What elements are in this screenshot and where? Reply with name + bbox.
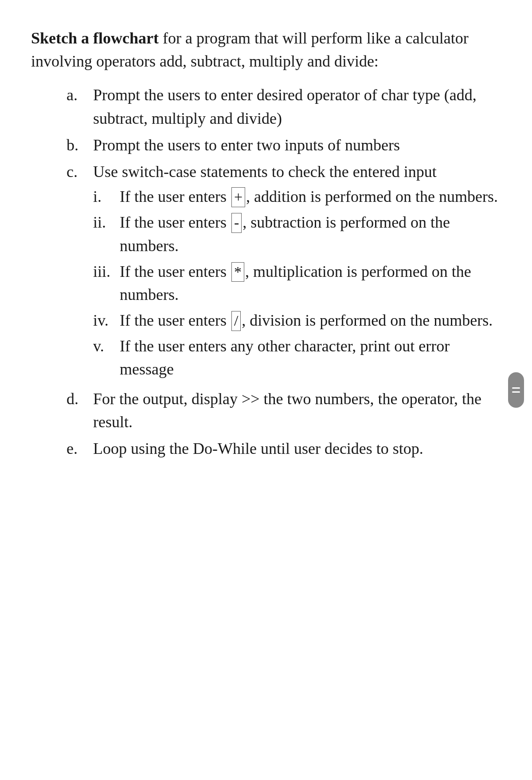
main-content: Sketch a flowchart for a program that wi… — [31, 27, 501, 464]
subitem-ii-before: If the user enters — [120, 213, 231, 231]
subitem-iv-label: iv. — [93, 309, 120, 332]
subitem-i-after: , addition is performed on the numbers. — [246, 188, 498, 205]
subitem-iii-code: * — [231, 262, 244, 282]
subitem-v: v. If the user enters any other characte… — [93, 335, 501, 381]
subitem-i-before: If the user enters — [120, 188, 231, 205]
list-item-a: a. Prompt the users to enter desired ope… — [66, 83, 501, 130]
intro-bold: Sketch a flowchart — [31, 29, 159, 47]
list-content-e: Loop using the Do-While until user decid… — [93, 437, 501, 460]
subitem-ii-code: - — [231, 213, 242, 233]
scrollbar-indicator[interactable] — [508, 372, 524, 408]
list-label-e: e. — [66, 437, 93, 460]
list-item-b: b. Prompt the users to enter two inputs … — [66, 134, 501, 157]
subitem-i-label: i. — [93, 185, 120, 208]
list-content-a: Prompt the users to enter desired operat… — [93, 83, 501, 130]
list-label-d: d. — [66, 387, 93, 410]
subitem-iv-code: / — [231, 311, 241, 331]
list-item-c: c. Use switch-case statements to check t… — [66, 160, 501, 384]
list-label-b: b. — [66, 134, 93, 157]
subitem-iii: iii. If the user enters *, multiplicatio… — [93, 260, 501, 306]
subitem-i-code: + — [231, 187, 245, 207]
list-label-a: a. — [66, 83, 93, 106]
scrollbar-line-2 — [512, 391, 520, 393]
subitem-iv-before: If the user enters — [120, 311, 231, 329]
list-content-b: Prompt the users to enter two inputs of … — [93, 134, 501, 157]
sub-list-c: i. If the user enters +, addition is per… — [66, 185, 501, 384]
list-content-d: For the output, display >> the two numbe… — [93, 387, 501, 433]
main-list: a. Prompt the users to enter desired ope… — [31, 83, 501, 460]
subitem-iv-content: If the user enters /, division is perfor… — [120, 309, 501, 332]
subitem-iii-before: If the user enters — [120, 263, 231, 280]
subitem-iii-label: iii. — [93, 260, 120, 283]
list-label-c: c. — [66, 160, 93, 183]
subitem-ii-label: ii. — [93, 211, 120, 234]
subitem-iv-after: , division is performed on the numbers. — [242, 311, 493, 329]
subitem-ii: ii. If the user enters -, subtraction is… — [93, 211, 501, 257]
subitem-iv: iv. If the user enters /, division is pe… — [93, 309, 501, 332]
subitem-v-content: If the user enters any other character, … — [120, 335, 501, 381]
subitem-v-label: v. — [93, 335, 120, 358]
subitem-i-content: If the user enters +, addition is perfor… — [120, 185, 501, 208]
list-item-e: e. Loop using the Do-While until user de… — [66, 437, 501, 460]
subitem-ii-content: If the user enters -, subtraction is per… — [120, 211, 501, 257]
subitem-i: i. If the user enters +, addition is per… — [93, 185, 501, 208]
list-item-d: d. For the output, display >> the two nu… — [66, 387, 501, 433]
list-content-c: Use switch-case statements to check the … — [93, 160, 437, 183]
intro-paragraph: Sketch a flowchart for a program that wi… — [31, 27, 501, 73]
subitem-iii-content: If the user enters *, multiplication is … — [120, 260, 501, 306]
scrollbar-line-1 — [512, 387, 520, 389]
